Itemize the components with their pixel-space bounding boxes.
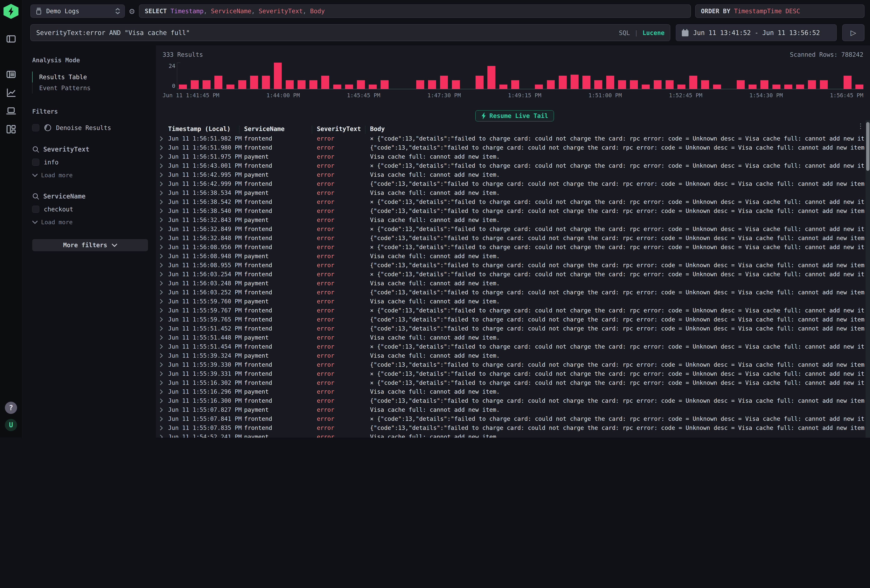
- expand-chevron-icon[interactable]: [159, 154, 168, 159]
- histogram-bar[interactable]: [713, 85, 721, 89]
- expand-chevron-icon[interactable]: [159, 136, 168, 141]
- info-checkbox[interactable]: [32, 159, 39, 166]
- table-row[interactable]: Jun 11 1:55:39.324 PMpaymenterrorVisa ca…: [159, 351, 864, 360]
- histogram-bar[interactable]: [547, 80, 555, 89]
- table-row[interactable]: Jun 11 1:55:59.767 PMfrontenderror× {"co…: [159, 306, 864, 315]
- histogram-bar[interactable]: [369, 85, 377, 89]
- table-row[interactable]: Jun 11 1:55:07.841 PMfrontenderror× {"co…: [159, 414, 864, 423]
- histogram-bar[interactable]: [286, 80, 294, 89]
- expand-chevron-icon[interactable]: [159, 217, 168, 222]
- histogram-bar[interactable]: [321, 76, 329, 89]
- histogram-bar[interactable]: [820, 80, 828, 89]
- filter-option-checkout[interactable]: checkout: [32, 205, 148, 213]
- expand-chevron-icon[interactable]: [159, 380, 168, 386]
- histogram-bar[interactable]: [689, 76, 697, 89]
- histogram-bar[interactable]: [475, 76, 484, 89]
- search-icon[interactable]: [32, 146, 39, 153]
- help-button[interactable]: ?: [5, 402, 17, 414]
- expand-chevron-icon[interactable]: [159, 208, 168, 213]
- histogram-bar[interactable]: [487, 66, 495, 89]
- table-row[interactable]: Jun 11 1:55:39.331 PMfrontenderror× {"co…: [159, 369, 864, 378]
- histogram-bar[interactable]: [701, 80, 709, 89]
- expand-chevron-icon[interactable]: [159, 317, 168, 322]
- histogram-bar[interactable]: [345, 85, 353, 89]
- histogram-bar[interactable]: [594, 80, 602, 89]
- table-row[interactable]: Jun 11 1:56:32.843 PMpaymenterrorVisa ca…: [159, 216, 864, 225]
- column-header-servicename[interactable]: ServiceName: [244, 125, 317, 132]
- denoise-results-toggle[interactable]: Denoise Results: [32, 124, 148, 132]
- table-row[interactable]: Jun 11 1:55:51.454 PMfrontenderror× {"co…: [159, 342, 864, 351]
- histogram-bar[interactable]: [511, 80, 519, 89]
- source-select[interactable]: Demo Logs: [30, 4, 125, 18]
- sessions-laptop-icon[interactable]: [6, 106, 16, 116]
- column-settings-icon[interactable]: ⋮: [857, 123, 864, 129]
- histogram-bar[interactable]: [440, 76, 448, 89]
- expand-chevron-icon[interactable]: [159, 308, 168, 313]
- expand-chevron-icon[interactable]: [159, 244, 168, 250]
- histogram-bar[interactable]: [784, 85, 792, 89]
- table-row[interactable]: Jun 11 1:56:38.542 PMfrontenderror× {"co…: [159, 198, 864, 207]
- table-row[interactable]: Jun 11 1:56:03.248 PMpaymenterrorVisa ca…: [159, 279, 864, 288]
- expand-chevron-icon[interactable]: [159, 416, 168, 421]
- expand-chevron-icon[interactable]: [159, 407, 168, 412]
- mode-toggle-lucene[interactable]: Lucene: [643, 29, 665, 36]
- histogram-bar[interactable]: [843, 76, 852, 89]
- table-row[interactable]: Jun 11 1:56:08.955 PMfrontenderror{"code…: [159, 261, 864, 269]
- table-row[interactable]: Jun 11 1:56:32.848 PMfrontenderror{"code…: [159, 234, 864, 243]
- histogram-bar[interactable]: [618, 80, 626, 89]
- run-query-button[interactable]: ▷: [842, 24, 865, 41]
- table-row[interactable]: Jun 11 1:55:07.835 PMfrontenderror{"code…: [159, 423, 864, 432]
- resume-live-tail-button[interactable]: Resume Live Tail: [475, 110, 554, 121]
- table-row[interactable]: Jun 11 1:56:51.982 PMfrontenderror× {"co…: [159, 134, 864, 143]
- expand-chevron-icon[interactable]: [159, 389, 168, 394]
- table-row[interactable]: Jun 11 1:55:51.452 PMfrontenderror{"code…: [159, 324, 864, 333]
- scrollbar-thumb[interactable]: [866, 122, 870, 171]
- expand-chevron-icon[interactable]: [159, 262, 168, 268]
- histogram-bar[interactable]: [760, 80, 769, 89]
- chart-explorer-icon[interactable]: [6, 88, 16, 98]
- expand-chevron-icon[interactable]: [159, 299, 168, 304]
- table-row[interactable]: Jun 11 1:55:59.765 PMfrontenderror{"code…: [159, 315, 864, 324]
- expand-chevron-icon[interactable]: [159, 145, 168, 150]
- table-row[interactable]: Jun 11 1:55:59.760 PMpaymenterrorVisa ca…: [159, 297, 864, 306]
- source-settings-gear-icon[interactable]: ⚙: [129, 7, 135, 15]
- histogram-bar[interactable]: [452, 80, 460, 89]
- collapse-sidebar-icon[interactable]: [6, 34, 16, 44]
- table-row[interactable]: Jun 11 1:56:43.001 PMfrontenderror× {"co…: [159, 161, 864, 170]
- histogram-bar[interactable]: [416, 80, 424, 89]
- table-row[interactable]: Jun 11 1:55:39.330 PMfrontenderror{"code…: [159, 360, 864, 369]
- histogram-bar[interactable]: [238, 80, 246, 89]
- histogram-bar[interactable]: [630, 80, 638, 89]
- order-by-input[interactable]: ORDER BY TimestampTime DESC: [695, 4, 865, 18]
- expand-chevron-icon[interactable]: [159, 425, 168, 430]
- column-header-timestamp[interactable]: Timestamp (Local): [168, 125, 244, 132]
- search-icon[interactable]: [32, 193, 39, 200]
- expand-chevron-icon[interactable]: [159, 199, 168, 205]
- histogram-bar[interactable]: [298, 80, 305, 89]
- table-row[interactable]: Jun 11 1:56:08.948 PMpaymenterrorVisa ca…: [159, 252, 864, 261]
- histogram-bar[interactable]: [749, 85, 757, 89]
- histogram-bar[interactable]: [796, 85, 804, 89]
- hyperdx-logo-icon[interactable]: [3, 4, 18, 19]
- expand-chevron-icon[interactable]: [159, 190, 168, 195]
- histogram-bar[interactable]: [535, 85, 543, 89]
- tab-event-patterns[interactable]: Event Patterns: [33, 82, 148, 94]
- search-logs-icon[interactable]: [6, 69, 16, 79]
- histogram-bar[interactable]: [666, 80, 673, 89]
- histogram-bar[interactable]: [571, 74, 578, 89]
- checkout-checkbox[interactable]: [32, 205, 39, 213]
- histogram-bar[interactable]: [654, 80, 662, 89]
- histogram-bar[interactable]: [677, 85, 685, 89]
- expand-chevron-icon[interactable]: [159, 353, 168, 358]
- histogram-bar[interactable]: [855, 85, 863, 89]
- expand-chevron-icon[interactable]: [159, 281, 168, 286]
- mode-toggle-sql[interactable]: SQL: [619, 29, 630, 36]
- histogram-bar[interactable]: [808, 80, 816, 89]
- search-query-input[interactable]: SeverityText:error AND "Visa cache full"…: [30, 24, 670, 41]
- histogram-bar[interactable]: [203, 80, 210, 89]
- expand-chevron-icon[interactable]: [159, 398, 168, 403]
- histogram-bar[interactable]: [333, 85, 341, 89]
- table-row[interactable]: Jun 11 1:56:51.980 PMfrontenderror{"code…: [159, 143, 864, 152]
- tab-results-table[interactable]: Results Table: [33, 71, 148, 82]
- histogram-bar[interactable]: [357, 80, 365, 89]
